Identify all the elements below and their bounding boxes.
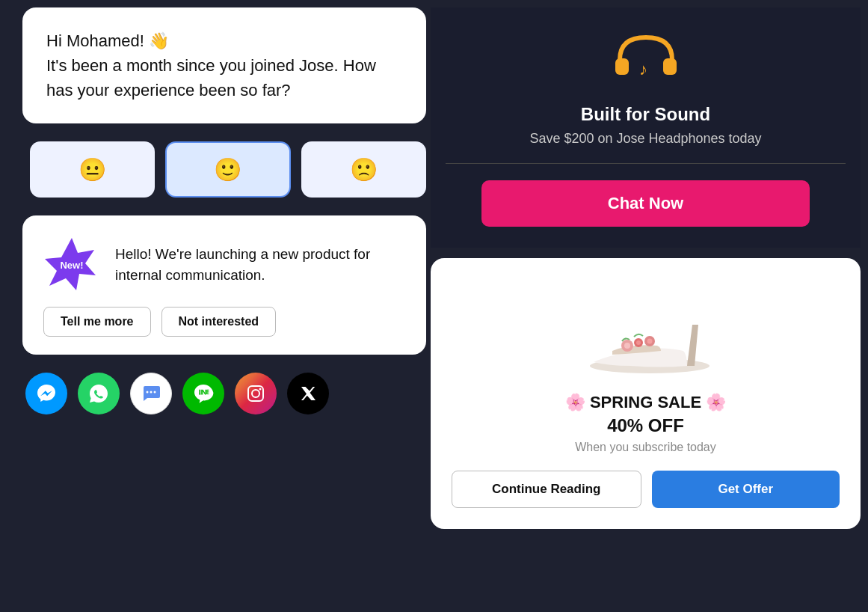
- left-column: Hi Mohamed! 👋 It's been a month since yo…: [22, 7, 426, 414]
- headphones-promo-card: ♪ Built for Sound Save $200 on Jose Head…: [431, 7, 861, 248]
- svg-point-2: [150, 391, 153, 394]
- spring-sale-title: 🌸 SPRING SALE 🌸: [452, 393, 840, 412]
- emoji-feedback-row: 😐 🙂 🙁: [22, 141, 426, 198]
- chat-message: Hi Mohamed! 👋 It's been a month since yo…: [46, 28, 402, 102]
- badge-label: New!: [60, 260, 83, 271]
- svg-point-1: [147, 391, 149, 394]
- svg-text:♪: ♪: [639, 60, 647, 79]
- svg-point-5: [252, 390, 259, 397]
- svg-point-12: [624, 343, 630, 349]
- spring-sale-card: 🌸 SPRING SALE 🌸 40% OFF When you subscri…: [431, 258, 861, 529]
- x-twitter-icon[interactable]: [287, 373, 329, 414]
- whatsapp-icon[interactable]: [78, 373, 120, 414]
- svg-point-3: [154, 391, 156, 394]
- messenger-icon[interactable]: [25, 373, 67, 414]
- divider: [446, 163, 846, 164]
- line-icon[interactable]: [182, 373, 224, 414]
- headphones-icon: ♪: [446, 30, 846, 94]
- emoji-slight-smile[interactable]: 🙂: [165, 141, 290, 198]
- svg-rect-8: [663, 58, 677, 75]
- announce-text: Hello! We're launching a new product for…: [115, 244, 405, 287]
- spring-buttons: Continue Reading Get Offer: [452, 471, 840, 508]
- chat-now-button[interactable]: Chat Now: [481, 180, 810, 227]
- svg-rect-7: [615, 58, 629, 75]
- svg-point-6: [259, 388, 262, 391]
- headphones-subtitle: Save $200 on Jose Headphones today: [446, 131, 846, 147]
- get-offer-button[interactable]: Get Offer: [652, 471, 840, 508]
- shoe-image: [571, 276, 721, 381]
- svg-point-16: [647, 339, 652, 344]
- emoji-neutral[interactable]: 😐: [30, 141, 155, 198]
- continue-reading-button[interactable]: Continue Reading: [452, 471, 641, 508]
- svg-point-14: [636, 340, 641, 345]
- instagram-icon[interactable]: [235, 373, 277, 414]
- social-icons-row: [22, 373, 426, 414]
- announce-buttons: Tell me more Not interested: [43, 307, 405, 337]
- spring-subtitle: When you subscribe today: [452, 441, 840, 454]
- headphones-title: Built for Sound: [446, 104, 846, 125]
- right-column: ♪ Built for Sound Save $200 on Jose Head…: [431, 7, 861, 529]
- emoji-frown[interactable]: 🙁: [301, 141, 426, 198]
- tell-me-more-button[interactable]: Tell me more: [43, 307, 151, 337]
- announce-top: New! Hello! We're launching a new produc…: [43, 236, 405, 293]
- announce-card: New! Hello! We're launching a new produc…: [22, 215, 426, 355]
- chat-bubble-icon[interactable]: [130, 373, 172, 414]
- chat-card: Hi Mohamed! 👋 It's been a month since yo…: [22, 7, 426, 123]
- new-badge: New!: [43, 236, 100, 293]
- not-interested-button[interactable]: Not interested: [161, 307, 277, 337]
- spring-discount: 40% OFF: [452, 415, 840, 436]
